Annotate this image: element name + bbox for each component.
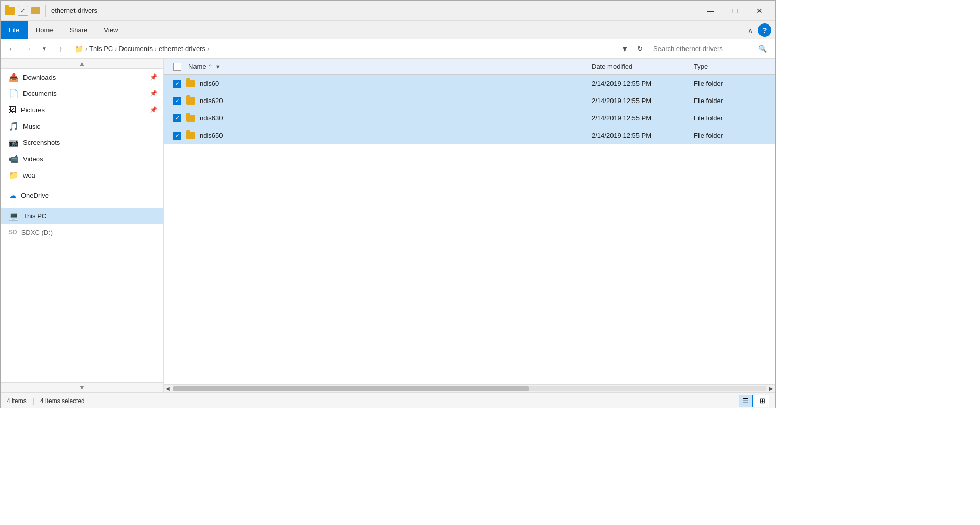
- file-row-ndis630[interactable]: ✓ ndis630 2/14/2019 12:55 PM File folder: [164, 110, 775, 127]
- sidebar-item-onedrive[interactable]: ☁ OneDrive: [1, 187, 163, 204]
- tab-home[interactable]: Home: [28, 21, 62, 39]
- folder-icon-ndis620: [186, 97, 195, 105]
- column-type-label: Type: [694, 63, 708, 70]
- checkbox-ndis630[interactable]: ✓: [173, 114, 181, 122]
- folder-icon-ndis650: [186, 132, 195, 139]
- recent-locations-button[interactable]: ▼: [37, 42, 52, 56]
- row-check-ndis620[interactable]: ✓: [168, 97, 186, 105]
- file-row-ndis650[interactable]: ✓ ndis650 2/14/2019 12:55 PM File folder: [164, 127, 775, 144]
- row-type-ndis650: File folder: [690, 132, 771, 139]
- checkbox-ndis60[interactable]: ✓: [173, 80, 181, 88]
- select-all-checkbox[interactable]: [168, 63, 186, 71]
- checkbox-ndis650[interactable]: ✓: [173, 132, 181, 140]
- sidebar-item-downloads[interactable]: 📥 Downloads 📌: [1, 69, 163, 85]
- view-details-button[interactable]: ☰: [739, 395, 753, 407]
- column-type[interactable]: Type: [690, 63, 771, 70]
- sidebar-label-woa: woa: [23, 171, 157, 179]
- view-large-icons-button[interactable]: ⊞: [755, 395, 769, 407]
- up-button[interactable]: ↑: [54, 42, 68, 56]
- view-buttons: ☰ ⊞: [739, 395, 769, 407]
- path-part-documents[interactable]: Documents: [119, 45, 153, 53]
- sidebar-item-documents[interactable]: 📄 Documents 📌: [1, 85, 163, 102]
- main-content: ▲ 📥 Downloads 📌 📄 Documents 📌 🖼 Pictures…: [1, 59, 775, 392]
- tab-file[interactable]: File: [1, 21, 28, 39]
- titlebar-folder2-icon: [31, 7, 40, 14]
- column-date[interactable]: Date modified: [587, 63, 690, 70]
- tab-share[interactable]: Share: [62, 21, 96, 39]
- address-path[interactable]: 📁 › This PC › Documents › ethernet-drive…: [70, 42, 617, 56]
- sidebar-item-pictures[interactable]: 🖼 Pictures 📌: [1, 102, 163, 118]
- close-button[interactable]: ✕: [748, 3, 771, 19]
- pictures-icon: 🖼: [9, 105, 17, 114]
- filename-ndis650: ndis650: [200, 132, 223, 139]
- onedrive-icon: ☁: [9, 191, 17, 201]
- tab-view[interactable]: View: [95, 21, 126, 39]
- filename-ndis630: ndis630: [200, 114, 223, 122]
- row-check-ndis650[interactable]: ✓: [168, 132, 186, 140]
- videos-icon: 📹: [9, 154, 19, 164]
- path-folder-icon: 📁: [75, 45, 83, 53]
- sidebar-label-thispc: This PC: [23, 212, 157, 220]
- thispc-icon: 💻: [9, 211, 19, 221]
- sidebar-item-woa[interactable]: 📁 woa: [1, 167, 163, 183]
- address-bar: ← → ▼ ↑ 📁 › This PC › Documents › ethern…: [1, 39, 775, 59]
- sidebar: ▲ 📥 Downloads 📌 📄 Documents 📌 🖼 Pictures…: [1, 59, 164, 392]
- row-name-ndis60: ndis60: [186, 80, 587, 87]
- sidebar-item-videos[interactable]: 📹 Videos: [1, 151, 163, 167]
- path-part-current[interactable]: ethernet-drivers: [159, 45, 205, 53]
- sidebar-item-sdxc[interactable]: SD SDXC (D:): [1, 224, 163, 240]
- filename-ndis60: ndis60: [200, 80, 219, 87]
- row-type-ndis60: File folder: [690, 80, 771, 87]
- hscroll-track[interactable]: [173, 386, 766, 391]
- sidebar-scroll-up[interactable]: ▲: [1, 59, 163, 69]
- search-input[interactable]: [653, 45, 756, 53]
- help-button[interactable]: ?: [758, 23, 771, 37]
- screenshots-icon: 📷: [9, 138, 19, 147]
- forward-button[interactable]: →: [21, 42, 35, 56]
- refresh-button[interactable]: ↻: [632, 42, 647, 56]
- path-part-thispc[interactable]: This PC: [89, 45, 113, 53]
- folder-icon-ndis630: [186, 115, 195, 122]
- sdxc-icon: SD: [9, 229, 17, 236]
- file-row-ndis620[interactable]: ✓ ndis620 2/14/2019 12:55 PM File folder: [164, 92, 775, 110]
- pin-pictures-icon: 📌: [150, 106, 157, 113]
- sidebar-label-screenshots: Screenshots: [23, 139, 157, 146]
- documents-icon: 📄: [9, 89, 19, 98]
- title-bar: ✓ ethernet-drivers — □ ✕: [1, 1, 775, 21]
- pin-downloads-icon: 📌: [150, 73, 157, 81]
- checkbox-ndis620[interactable]: ✓: [173, 97, 181, 105]
- address-dropdown-button[interactable]: ▼: [619, 45, 630, 53]
- header-checkbox[interactable]: [173, 63, 181, 71]
- hscroll-thumb[interactable]: [173, 386, 529, 391]
- back-button[interactable]: ←: [5, 42, 19, 56]
- row-check-ndis60[interactable]: ✓: [168, 80, 186, 88]
- window-title: ethernet-drivers: [51, 7, 696, 14]
- hscroll-left-button[interactable]: ◀: [164, 385, 172, 393]
- column-name[interactable]: Name ⌃ ▼: [186, 63, 587, 70]
- details-view-icon: ☰: [743, 397, 749, 405]
- sort-arrow-icon: ⌃: [208, 64, 212, 69]
- sidebar-label-downloads: Downloads: [23, 73, 145, 81]
- downloads-icon: 📥: [9, 72, 19, 82]
- path-separator-2: ›: [115, 45, 117, 53]
- sidebar-item-music[interactable]: 🎵 Music: [1, 118, 163, 134]
- file-row-ndis60[interactable]: ✓ ndis60 2/14/2019 12:55 PM File folder: [164, 75, 775, 92]
- hscroll-right-button[interactable]: ▶: [767, 385, 775, 393]
- sidebar-item-thispc[interactable]: 💻 This PC: [1, 208, 163, 224]
- music-icon: 🎵: [9, 121, 19, 131]
- sidebar-scroll-down[interactable]: ▼: [1, 382, 163, 392]
- search-icon[interactable]: 🔍: [758, 45, 767, 53]
- ribbon-collapse-icon[interactable]: ∧: [746, 24, 755, 36]
- sidebar-scroll-area: 📥 Downloads 📌 📄 Documents 📌 🖼 Pictures 📌…: [1, 69, 163, 382]
- sidebar-item-screenshots[interactable]: 📷 Screenshots: [1, 134, 163, 151]
- minimize-button[interactable]: —: [699, 3, 722, 19]
- sidebar-label-sdxc: SDXC (D:): [21, 229, 157, 236]
- file-area: Name ⌃ ▼ Date modified Type ✓ ndis60: [164, 59, 775, 392]
- column-dropdown-icon[interactable]: ▼: [215, 64, 221, 70]
- horizontal-scrollbar[interactable]: ◀ ▶: [164, 384, 775, 392]
- row-name-ndis650: ndis650: [186, 132, 587, 139]
- maximize-button[interactable]: □: [723, 3, 747, 19]
- row-check-ndis630[interactable]: ✓: [168, 114, 186, 122]
- titlebar-separator: [45, 5, 46, 17]
- window-controls: — □ ✕: [699, 3, 771, 19]
